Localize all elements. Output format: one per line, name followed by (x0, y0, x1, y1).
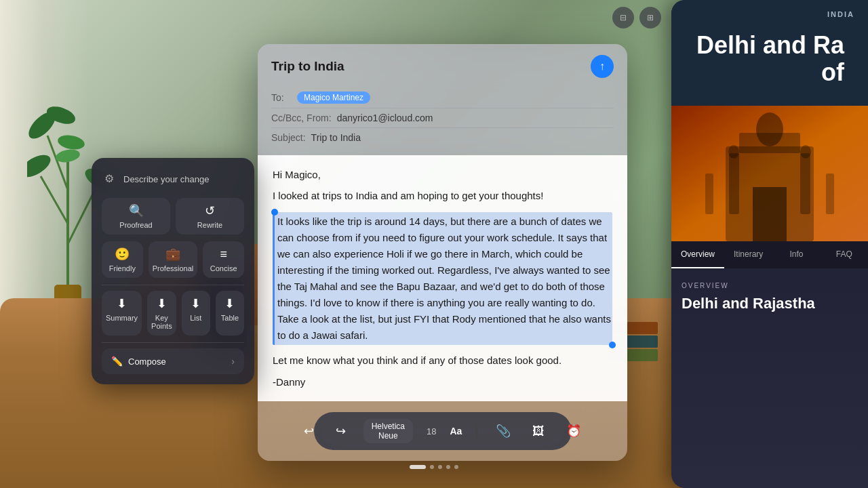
list-icon: ⬇ (191, 298, 201, 310)
format-aa-label: Aa (450, 426, 462, 436)
font-picker[interactable]: Helvetica Neue (363, 419, 413, 443)
rewrite-label: Rewrite (197, 221, 222, 229)
ccbcc-label: Cc/Bcc, From: (271, 113, 332, 123)
list-label: List (190, 314, 201, 322)
india-nav: Overview Itinerary Info FAQ (671, 241, 868, 268)
list-button[interactable]: ⬇ List (182, 291, 210, 336)
font-size-label: 18 (427, 426, 436, 436)
undo-button[interactable]: ↩ (300, 421, 318, 441)
attachment-button[interactable]: 📎 (492, 421, 515, 441)
gear-icon: ⚙ (104, 172, 118, 186)
summary-button[interactable]: ⬇ Summary (102, 291, 142, 336)
table-button[interactable]: ⬇ Table (216, 291, 244, 336)
dot-3[interactable] (438, 465, 442, 469)
table-icon: ⬇ (224, 298, 235, 310)
redo-icon: ↪ (336, 424, 346, 438)
undo-icon: ↩ (304, 424, 314, 438)
table-label: Table (221, 314, 239, 322)
concise-label: Concise (210, 264, 237, 272)
mail-header: Trip to India ↑ To: Magico Martinez Cc/B… (258, 44, 627, 155)
india-subtitle: of (821, 58, 844, 86)
dot-4[interactable] (446, 465, 450, 469)
attachment-icon: 📎 (496, 424, 511, 438)
india-panel: INDIA Delhi and Ra of (671, 0, 868, 488)
dot-2[interactable] (430, 465, 434, 469)
concise-icon: ≡ (220, 248, 227, 260)
time-button[interactable]: ⏰ (562, 421, 585, 441)
font-name-label: Helvetica Neue (372, 422, 405, 441)
compose-left: ✏️ Compose (111, 356, 166, 367)
svg-line-2 (41, 176, 68, 224)
highlighted-content: It looks like the trip is around 14 days… (277, 216, 611, 341)
body-highlighted-text: It looks like the trip is around 14 days… (273, 212, 612, 345)
recipient-tag[interactable]: Magico Martinez (297, 92, 370, 104)
professional-button[interactable]: 💼 Professional (149, 241, 198, 278)
redo-button[interactable]: ↪ (332, 421, 350, 441)
image-button[interactable]: 🖼 (528, 422, 549, 441)
compose-label: Compose (128, 357, 166, 367)
proofread-button[interactable]: 🔍 Proofread (102, 198, 170, 235)
image-icon: 🖼 (532, 424, 545, 438)
svg-point-19 (800, 145, 811, 159)
pencil-icon: ✏️ (111, 356, 123, 367)
india-nav-faq[interactable]: FAQ (821, 241, 868, 268)
from-email: danyrico1@icloud.com (337, 113, 433, 123)
tools-row-3: ⬇ Summary ⬇ Key Points ⬇ List ⬇ Table (102, 291, 244, 336)
subject-field[interactable]: Subject: Trip to India (271, 128, 614, 147)
india-image-area (671, 106, 868, 241)
concise-button[interactable]: ≡ Concise (203, 241, 244, 278)
summary-label: Summary (106, 314, 138, 322)
window-controls: ⊟ ⊞ (612, 7, 661, 28)
india-nav-info[interactable]: Info (772, 241, 820, 268)
minimize-button[interactable]: ⊟ (612, 7, 634, 28)
send-icon: ↑ (599, 60, 605, 73)
tools-divider (102, 285, 244, 285)
dot-1[interactable] (410, 465, 426, 469)
dot-5[interactable] (454, 465, 458, 469)
svg-rect-20 (705, 174, 713, 214)
svg-rect-16 (729, 153, 739, 214)
mail-toolbar: ↩ ↪ Helvetica Neue 18 Aa 📎 🖼 ⏰ (314, 412, 572, 450)
color-picker[interactable] (475, 424, 478, 439)
expand-button[interactable]: ⊞ (639, 7, 661, 28)
rewrite-button[interactable]: ↺ Rewrite (176, 198, 244, 235)
chevron-right-icon: › (231, 356, 235, 367)
body-closing: Let me know what you think and if any of… (273, 353, 612, 369)
writing-tools-panel: ⚙ Describe your change 🔍 Proofread ↺ Rew… (92, 158, 254, 384)
friendly-button[interactable]: 🙂 Friendly (102, 241, 143, 278)
selection-handle-top (271, 209, 278, 216)
tools-row-1: 🔍 Proofread ↺ Rewrite (102, 198, 244, 235)
svg-point-8 (57, 134, 86, 152)
svg-rect-21 (826, 174, 834, 214)
india-title-large: Delhi and Ra of (685, 18, 854, 99)
svg-rect-17 (800, 153, 810, 214)
ccbcc-field[interactable]: Cc/Bcc, From: danyrico1@icloud.com (271, 108, 614, 128)
to-field[interactable]: To: Magico Martinez (271, 87, 614, 108)
pagination-dots (410, 465, 458, 469)
friendly-label: Friendly (109, 264, 136, 272)
mail-body[interactable]: Hi Magico, I looked at trips to India an… (258, 155, 627, 401)
selection-handle-bottom (609, 342, 616, 348)
india-country-label: INDIA (685, 10, 854, 18)
svg-rect-14 (753, 187, 787, 241)
svg-line-3 (68, 190, 95, 244)
compose-button[interactable]: ✏️ Compose › (102, 348, 244, 374)
toolbar-container: ↩ ↪ Helvetica Neue 18 Aa 📎 🖼 ⏰ (258, 401, 627, 461)
describe-change-label: Describe your change (123, 174, 209, 184)
india-overview-section: OVERVIEW Delhi and Rajastha (671, 268, 868, 326)
subject-label: Subject: (271, 132, 306, 143)
professional-label: Professional (153, 264, 194, 272)
overview-title: Delhi and Rajastha (682, 295, 858, 312)
svg-point-18 (728, 145, 739, 159)
proofread-label: Proofread (119, 221, 152, 229)
summary-icon: ⬇ (117, 298, 127, 310)
india-title-text: Delhi and Ra (696, 31, 844, 59)
key-points-button[interactable]: ⬇ Key Points (147, 291, 176, 336)
india-nav-itinerary[interactable]: Itinerary (724, 241, 772, 268)
body-signature: -Danny (273, 376, 612, 388)
tools-row-2: 🙂 Friendly 💼 Professional ≡ Concise (102, 241, 244, 278)
india-nav-overview[interactable]: Overview (671, 241, 724, 268)
tools-divider-2 (102, 342, 244, 343)
minimize-icon: ⊟ (620, 13, 627, 22)
send-button[interactable]: ↑ (591, 55, 614, 78)
